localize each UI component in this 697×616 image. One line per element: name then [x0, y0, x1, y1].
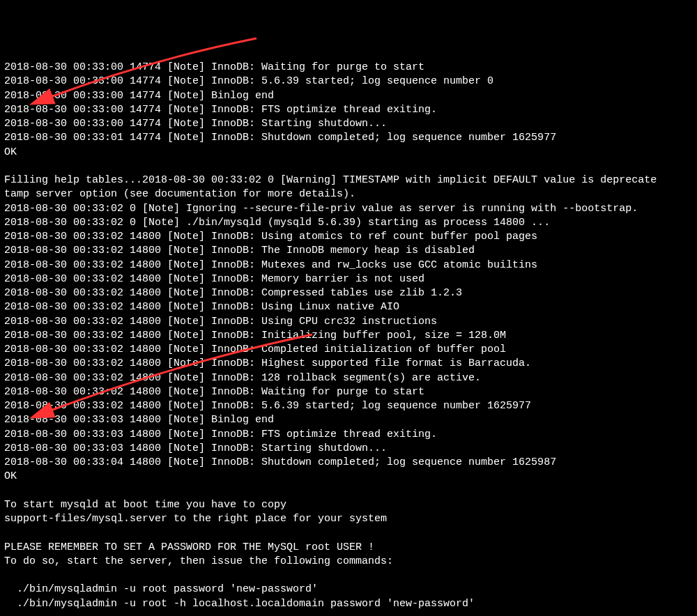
terminal-output: 2018-08-30 00:33:00 14774 [Note] InnoDB:… — [4, 61, 693, 616]
